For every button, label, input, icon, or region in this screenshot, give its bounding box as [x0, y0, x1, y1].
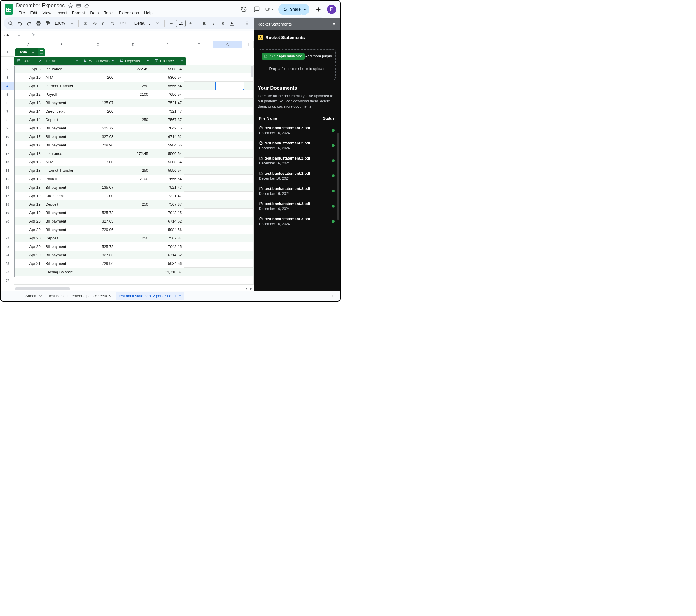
- cell-details[interactable]: Bill payment: [43, 225, 80, 234]
- cell-withdrawals[interactable]: 200: [80, 107, 116, 115]
- cell-date[interactable]: Apr 18: [14, 158, 43, 166]
- table-header-deposits[interactable]: Deposits: [117, 57, 152, 65]
- move-icon[interactable]: [76, 3, 81, 9]
- table-expand-icon[interactable]: [38, 48, 45, 56]
- scroll-left-icon[interactable]: ◄: [244, 287, 249, 291]
- empty-cell[interactable]: [213, 124, 242, 132]
- cell-deposits[interactable]: 250: [116, 200, 151, 208]
- row-header[interactable]: 24: [1, 251, 14, 259]
- table-row[interactable]: 21Apr 20Bill payment729.965984.56: [1, 225, 254, 234]
- empty-cell[interactable]: [213, 90, 242, 99]
- empty-cell[interactable]: [184, 242, 213, 251]
- table-row[interactable]: 11Apr 17Bill payment729.965984.56: [1, 141, 254, 149]
- row-header[interactable]: 22: [1, 234, 14, 242]
- empty-cell[interactable]: [213, 251, 242, 259]
- cell-details[interactable]: Direct debit: [43, 107, 80, 115]
- empty-cell[interactable]: [184, 259, 213, 268]
- cell-withdrawals[interactable]: 200: [80, 73, 116, 82]
- menu-data[interactable]: Data: [88, 9, 101, 16]
- cell-date[interactable]: Apr 12: [14, 82, 43, 90]
- empty-cell[interactable]: [184, 183, 213, 192]
- table-row[interactable]: 10Apr 17Bill payment327.636714.52: [1, 132, 254, 141]
- cell-date[interactable]: Apr 14: [14, 107, 43, 115]
- selected-cell[interactable]: [215, 82, 244, 90]
- empty-cell[interactable]: [184, 149, 213, 158]
- document-item[interactable]: test.bank.statement.2.pdfDecember 16, 20…: [258, 184, 336, 199]
- row-header[interactable]: 2: [1, 65, 14, 73]
- cell-deposits[interactable]: [116, 251, 151, 259]
- font-size-input[interactable]: [176, 20, 186, 27]
- bold-icon[interactable]: B: [201, 19, 208, 27]
- table-row[interactable]: 19Apr 19Bill payment525.727042.15: [1, 208, 254, 217]
- cell-deposits[interactable]: 272.45: [116, 149, 151, 158]
- cell-date[interactable]: Apr 13: [14, 99, 43, 107]
- cell-date[interactable]: Apr 20: [14, 217, 43, 225]
- undo-icon[interactable]: [16, 19, 23, 27]
- cell-deposits[interactable]: [116, 99, 151, 107]
- cell-date[interactable]: Apr 10: [14, 73, 43, 82]
- empty-cell[interactable]: [184, 132, 213, 141]
- row-header[interactable]: 14: [1, 166, 14, 175]
- cell-details[interactable]: Insurance: [43, 65, 80, 73]
- empty-cell[interactable]: [184, 175, 213, 183]
- row-header[interactable]: 3: [1, 73, 14, 82]
- cell-withdrawals[interactable]: [80, 268, 116, 276]
- cell-date[interactable]: [14, 268, 43, 276]
- row-header[interactable]: 27: [1, 276, 14, 285]
- empty-cell[interactable]: [213, 268, 242, 276]
- empty-cell[interactable]: [213, 99, 242, 107]
- row-header[interactable]: 21: [1, 225, 14, 234]
- cell-balance[interactable]: 7042.15: [151, 208, 184, 217]
- row-header[interactable]: 18: [1, 200, 14, 208]
- cell-balance[interactable]: 5506.54: [151, 149, 184, 158]
- table-row[interactable]: 14Apr 18Internet Transfer2505556.54: [1, 166, 254, 175]
- col-header-B[interactable]: B: [43, 41, 80, 48]
- row-header[interactable]: 7: [1, 107, 14, 115]
- strikethrough-icon[interactable]: S: [219, 19, 227, 27]
- cell-withdrawals[interactable]: [80, 65, 116, 73]
- hamburger-icon[interactable]: [330, 34, 336, 41]
- empty-cell[interactable]: [184, 234, 213, 242]
- cell-date[interactable]: Apr 19: [14, 192, 43, 200]
- cell-date[interactable]: Apr 20: [14, 225, 43, 234]
- table-row[interactable]: 15Apr 18Payroll21007656.54: [1, 175, 254, 183]
- cell-withdrawals[interactable]: 729.96: [80, 141, 116, 149]
- table-row[interactable]: 18Apr 19Deposit2507567.87: [1, 200, 254, 208]
- cell-withdrawals[interactable]: 525.72: [80, 208, 116, 217]
- cell-date[interactable]: Apr 18: [14, 149, 43, 158]
- cell-withdrawals[interactable]: 200: [80, 192, 116, 200]
- chevron-down-icon[interactable]: [76, 59, 78, 62]
- empty-cell[interactable]: [184, 65, 213, 73]
- more-formats-button[interactable]: 123: [119, 19, 127, 27]
- cell-date[interactable]: Apr 8: [14, 65, 43, 73]
- cell-withdrawals[interactable]: [80, 149, 116, 158]
- document-item[interactable]: test.bank.statement.2.pdfDecember 16, 20…: [258, 168, 336, 184]
- table-row[interactable]: 12Apr 18Insurance272.455506.54: [1, 149, 254, 158]
- cell-deposits[interactable]: 250: [116, 82, 151, 90]
- cell-details[interactable]: Bill payment: [43, 141, 80, 149]
- cell-balance[interactable]: 7042.15: [151, 242, 184, 251]
- decrease-decimal-icon[interactable]: .0: [100, 19, 108, 27]
- cell-deposits[interactable]: [116, 183, 151, 192]
- table-header-balance[interactable]: Balance: [152, 57, 186, 65]
- chevron-down-icon[interactable]: [112, 59, 115, 62]
- close-icon[interactable]: [332, 21, 336, 27]
- scroll-right-icon[interactable]: ►: [249, 287, 253, 291]
- document-item[interactable]: test.bank.statement.2.pdfDecember 16, 20…: [258, 199, 336, 214]
- table-row[interactable]: 20Apr 20Bill payment327.636714.52: [1, 217, 254, 225]
- cell-details[interactable]: Deposit: [43, 115, 80, 124]
- menu-extensions[interactable]: Extensions: [116, 9, 141, 16]
- cell-details[interactable]: Direct debit: [43, 192, 80, 200]
- document-title[interactable]: December Expenses: [16, 3, 65, 9]
- row-header[interactable]: 1: [1, 48, 14, 57]
- empty-cell[interactable]: [213, 158, 242, 166]
- more-toolbar-icon[interactable]: [243, 19, 251, 27]
- cell-balance[interactable]: 7321.47: [151, 192, 184, 200]
- cell-balance[interactable]: 5984.56: [151, 225, 184, 234]
- table-row[interactable]: 6Apr 13Bill payment135.077521.47: [1, 99, 254, 107]
- cell-details[interactable]: Bill payment: [43, 208, 80, 217]
- redo-icon[interactable]: [26, 19, 33, 27]
- cloud-status-icon[interactable]: [84, 3, 89, 9]
- empty-cell[interactable]: [184, 99, 213, 107]
- cell-details[interactable]: Deposit: [43, 200, 80, 208]
